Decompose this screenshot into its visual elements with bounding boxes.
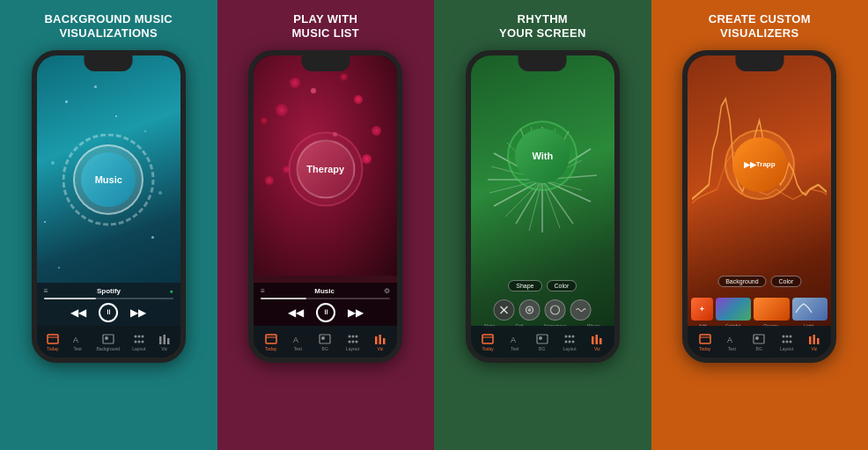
nav-bars-3[interactable]: Viz [591, 334, 603, 351]
nav-today-1[interactable]: Today [47, 334, 59, 351]
panel-4-title: CREATE CUSTOMVISUALIZERS [709, 12, 811, 41]
nav-a-3[interactable]: A Text [509, 334, 521, 351]
panel-background-music: BACKGROUND MUSICVISUALIZATIONS Music [0, 0, 217, 450]
add-swatch[interactable]: + [691, 298, 712, 321]
svg-point-6 [137, 335, 140, 337]
nav-today-4[interactable]: Today [699, 334, 711, 351]
nav-gallery-1[interactable]: Background [96, 334, 120, 351]
svg-point-23 [351, 340, 354, 343]
nav-stars-1[interactable]: Layout [132, 334, 145, 351]
phone-frame-1: Music ≡ Spotify ● ◀◀ ⏸ ▶▶ [32, 50, 186, 363]
orange-swatch[interactable] [754, 298, 790, 321]
nav-image-2[interactable]: BG [319, 334, 331, 351]
bottom-nav-1: Today A Text Background Layout Viz [37, 326, 180, 358]
svg-text:A: A [511, 336, 516, 344]
svg-point-54 [551, 306, 560, 314]
svg-point-5 [134, 335, 136, 337]
light-swatch[interactable] [792, 298, 828, 321]
svg-rect-17 [320, 335, 330, 343]
nav-a-4[interactable]: A Text [725, 334, 738, 351]
nav-bars-4[interactable]: Viz [808, 334, 820, 351]
nav-audio-1[interactable]: A Text [71, 334, 84, 351]
viz-circle-2: Therapy [288, 131, 363, 206]
nav-label-stars-1: Layout [132, 346, 145, 351]
nav-bars-1[interactable]: Viz [158, 334, 171, 351]
svg-rect-82 [817, 338, 820, 344]
nav-today-3[interactable]: Today [482, 334, 494, 351]
svg-rect-11 [159, 336, 162, 344]
color-button-4[interactable]: Color [771, 276, 802, 287]
svg-point-4 [105, 336, 108, 340]
next-icon[interactable]: ▶▶ [130, 306, 146, 319]
background-button[interactable]: Background [717, 276, 766, 287]
phone-frame-2: Therapy ≡ Music ⚙ ◀◀ ⏸ ▶▶ [248, 50, 402, 363]
tool-none[interactable] [494, 299, 515, 321]
nav-a-2[interactable]: A Text [291, 334, 304, 351]
next-icon-2[interactable]: ▶▶ [348, 306, 364, 319]
svg-point-65 [572, 340, 575, 343]
nav-stars-3[interactable]: Layout [563, 334, 577, 351]
prev-icon[interactable]: ◀◀ [70, 306, 86, 319]
panel-2-title: PLAY WITHMUSIC LIST [291, 12, 359, 41]
viz-label-4: ▶▶Trapp [732, 137, 787, 192]
nav-image-3[interactable]: BG [536, 334, 548, 351]
shape-button[interactable]: Shape [508, 280, 541, 291]
nav-today-2[interactable]: Today [265, 334, 277, 351]
music-player-2: ≡ Music ⚙ ◀◀ ⏸ ▶▶ [254, 283, 397, 326]
phone-screen-2: Therapy ≡ Music ⚙ ◀◀ ⏸ ▶▶ [254, 55, 397, 358]
viz-label-2: Therapy [296, 139, 355, 198]
svg-rect-72 [754, 335, 764, 343]
overlay-buttons-3: Shape Color [508, 280, 577, 291]
nav-label-gallery-1: Background [96, 346, 120, 351]
svg-rect-69 [700, 335, 710, 343]
nav-stars-2[interactable]: Layout [346, 334, 359, 351]
svg-point-79 [789, 340, 791, 343]
color-swatches-4: + [691, 298, 828, 321]
pause-button[interactable]: ⏸ [99, 303, 118, 322]
spotify-bar: ≡ Spotify ● ◀◀ ⏸ ▶▶ [37, 283, 180, 326]
svg-point-9 [137, 340, 140, 343]
svg-rect-55 [482, 335, 493, 343]
panel-1-title: BACKGROUND MUSICVISUALIZATIONS [44, 12, 173, 41]
viz-label-1: Music [81, 152, 136, 207]
svg-point-64 [569, 340, 571, 343]
svg-rect-14 [266, 335, 276, 343]
color-button[interactable]: Color [547, 280, 577, 291]
tool-waves[interactable] [570, 299, 592, 321]
phone-screen-3: With Shape Color [471, 55, 614, 358]
svg-point-76 [789, 335, 791, 337]
svg-point-18 [321, 336, 325, 340]
svg-point-22 [348, 340, 350, 343]
svg-text:A: A [727, 336, 732, 344]
nav-stars-4[interactable]: Layout [780, 334, 793, 351]
pause-button-2[interactable]: ⏸ [316, 303, 335, 322]
prev-icon-2[interactable]: ◀◀ [288, 306, 304, 319]
svg-rect-13 [167, 338, 170, 344]
nav-label-today-2: Today [265, 346, 276, 351]
svg-rect-58 [537, 335, 548, 343]
nav-image-4[interactable]: BG [753, 334, 765, 351]
svg-point-62 [572, 335, 575, 337]
svg-point-59 [539, 336, 542, 340]
tool-coil[interactable] [519, 299, 541, 321]
svg-rect-81 [813, 335, 815, 344]
svg-rect-66 [592, 336, 594, 344]
phone-screen-1: Music ≡ Spotify ● ◀◀ ⏸ ▶▶ [37, 55, 180, 358]
colorful-swatch[interactable] [716, 298, 752, 321]
svg-point-24 [355, 340, 357, 343]
svg-point-53 [528, 308, 532, 312]
nav-label-bars-1: Viz [161, 346, 167, 351]
phone-screen-4: ▶▶Trapp Background Color + [688, 55, 831, 358]
bottom-nav-4: Today A Text BG Layout Viz [688, 326, 831, 358]
svg-rect-3 [103, 335, 114, 343]
svg-point-74 [782, 335, 784, 337]
tool-anonymous[interactable] [545, 299, 566, 321]
svg-point-73 [755, 336, 759, 340]
nav-label-audio-1: Text [74, 346, 82, 351]
viz-label-3: With [515, 129, 570, 183]
svg-point-63 [565, 340, 568, 343]
svg-point-77 [782, 340, 784, 343]
bottom-nav-2: Today A Text BG Layout Viz [254, 326, 397, 358]
phone-frame-3: With Shape Color [466, 50, 620, 363]
nav-bars-2[interactable]: Viz [374, 334, 386, 351]
